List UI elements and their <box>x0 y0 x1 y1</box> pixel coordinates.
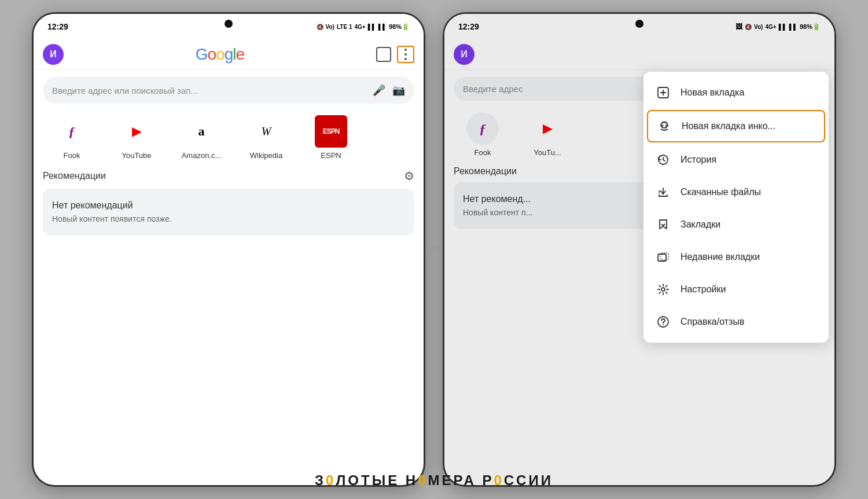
menu-item-new-tab-label: Новая вкладка <box>681 87 744 98</box>
menu-item-settings-label: Настройки <box>681 284 726 295</box>
menu-dot-1 <box>404 49 407 51</box>
shortcuts-left: ƒ Fook ▶ YouTube a Amazon.c... <box>34 111 424 169</box>
svg-point-12 <box>661 288 665 291</box>
menu-item-incognito-label: Новая вкладка инко... <box>682 121 775 131</box>
fook-label-left: Fook <box>64 151 80 160</box>
phone-left: 12:29 🔇 Vo) LTE 1 4G+ ▌▌ ▌▌ 98%🔋 И Googl… <box>32 12 425 487</box>
settings-icon <box>655 281 671 298</box>
new-tab-icon <box>655 85 671 101</box>
signal-left: ▌▌ <box>368 24 376 30</box>
menu-item-help[interactable]: Справка/отзыв <box>643 306 829 338</box>
menu-item-recent-tabs[interactable]: Недавние вкладки <box>643 241 829 273</box>
menu-item-history[interactable]: История <box>643 144 829 176</box>
help-icon <box>655 314 671 330</box>
search-placeholder-left: Введите адрес или поисковый зап... <box>52 86 373 96</box>
amazon-icon-left: a <box>185 115 218 148</box>
signal2-left: ▌▌ <box>378 24 387 30</box>
wikipedia-icon-left: W <box>250 115 282 148</box>
mic-icon-left[interactable]: 🎤 <box>373 84 385 97</box>
status-right-left: 🔇 Vo) LTE 1 4G+ ▌▌ ▌▌ 98%🔋 <box>317 23 410 31</box>
recent-tabs-icon <box>655 249 671 265</box>
menu-item-downloads[interactable]: Скачанные файлы <box>643 176 829 208</box>
wikipedia-label-left: Wikipedia <box>250 151 282 160</box>
menu-item-incognito[interactable]: Новая вкладка инко... <box>647 110 825 142</box>
menu-dot-3 <box>404 58 407 60</box>
brand-zero-3: 0 <box>494 472 503 488</box>
camera-icon-left[interactable]: 📷 <box>392 84 405 97</box>
rec-title-left: Рекомендации <box>43 171 106 181</box>
menu-item-history-label: История <box>681 155 716 165</box>
shortcut-amazon-left[interactable]: a Amazon.c... <box>172 115 230 160</box>
phone-right: 12:29 🖼 🔇 Vo) 4G+ ▌▌ ▌▌ 98%🔋 И Введите а… <box>443 12 836 487</box>
menu-item-help-label: Справка/отзыв <box>681 317 744 327</box>
espn-icon-left: ESPN <box>315 115 347 148</box>
youtube-label-left: YouTube <box>122 151 151 160</box>
shortcut-espn-left[interactable]: ESPN ESPN <box>302 115 360 160</box>
search-bar-left[interactable]: Введите адрес или поисковый зап... 🎤 📷 <box>43 77 414 104</box>
chrome-header-right-left <box>376 46 414 63</box>
vo-lte-left: Vo) <box>326 24 334 30</box>
menu-dot-2 <box>404 53 407 56</box>
menu-item-settings[interactable]: Настройки <box>643 273 829 306</box>
svg-point-4 <box>661 124 664 127</box>
brand-zero-2: 0 <box>418 472 428 488</box>
rec-empty-subtitle-left: Новый контент появится позже. <box>52 214 405 223</box>
history-icon <box>655 152 671 168</box>
youtube-icon-left: ▶ <box>120 115 153 148</box>
google-logo-left: Google <box>196 45 244 64</box>
rec-header-left: Рекомендации ⚙ <box>43 169 414 183</box>
fook-icon-left: ƒ <box>56 115 88 148</box>
amazon-label-left: Amazon.c... <box>182 151 222 160</box>
menu-item-bookmarks-label: Закладки <box>681 219 720 230</box>
avatar-left[interactable]: И <box>43 44 64 65</box>
search-icons-left: 🎤 📷 <box>373 84 405 97</box>
svg-marker-9 <box>660 220 667 229</box>
lte-label-left: LTE 1 <box>337 24 352 30</box>
4g-label-left: 4G+ <box>354 24 365 30</box>
incognito-icon <box>656 118 672 134</box>
battery-left: 98%🔋 <box>389 23 410 31</box>
tabs-icon-left[interactable] <box>376 47 391 62</box>
svg-rect-6 <box>662 122 667 123</box>
brand-zero-1: 0 <box>326 472 336 488</box>
chrome-header-left: И Google <box>34 39 424 70</box>
shortcut-wikipedia-left[interactable]: W Wikipedia <box>237 115 295 160</box>
espn-label-left: ESPN <box>321 151 341 160</box>
rec-empty-title-left: Нет рекомендаций <box>52 200 405 211</box>
status-time-left: 12:29 <box>47 22 68 31</box>
menu-button-left[interactable] <box>397 46 414 63</box>
bottom-brand: З0ЛОТЫЕ Н0МЕРА Р0ССИИ <box>0 472 868 489</box>
svg-point-14 <box>663 324 664 325</box>
dropdown-menu-right: Новая вкладка Новая вкладка инко... <box>643 72 829 343</box>
gear-icon-left[interactable]: ⚙ <box>404 169 414 183</box>
menu-item-new-tab[interactable]: Новая вкладка <box>643 76 829 109</box>
menu-item-bookmarks[interactable]: Закладки <box>643 208 829 241</box>
downloads-icon <box>655 184 671 200</box>
bookmarks-icon <box>655 217 671 233</box>
shortcut-fook-left[interactable]: ƒ Fook <box>43 115 101 160</box>
svg-point-5 <box>665 124 668 127</box>
vol-off-icon-left: 🔇 <box>317 24 323 30</box>
recommendations-left: Рекомендации ⚙ Нет рекомендаций Новый ко… <box>34 169 424 235</box>
shortcut-youtube-left[interactable]: ▶ YouTube <box>108 115 165 160</box>
rec-box-left: Нет рекомендаций Новый контент появится … <box>43 189 414 235</box>
menu-item-recent-tabs-label: Недавние вкладки <box>681 252 760 262</box>
camera-notch-left <box>225 20 233 28</box>
menu-item-downloads-label: Скачанные файлы <box>681 187 761 197</box>
